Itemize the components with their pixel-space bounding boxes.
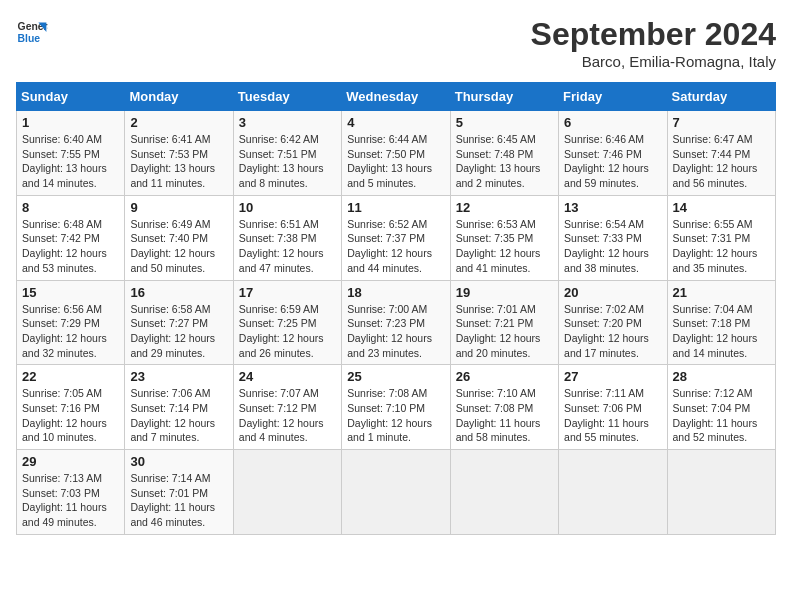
calendar-cell: 3Sunrise: 6:42 AM Sunset: 7:51 PM Daylig… <box>233 111 341 196</box>
col-monday: Monday <box>125 83 233 111</box>
day-number: 3 <box>239 115 336 130</box>
day-number: 10 <box>239 200 336 215</box>
logo-icon: General Blue <box>16 16 48 48</box>
day-info: Sunrise: 7:11 AM Sunset: 7:06 PM Dayligh… <box>564 386 661 445</box>
day-number: 28 <box>673 369 770 384</box>
day-info: Sunrise: 6:58 AM Sunset: 7:27 PM Dayligh… <box>130 302 227 361</box>
calendar-cell: 2Sunrise: 6:41 AM Sunset: 7:53 PM Daylig… <box>125 111 233 196</box>
day-info: Sunrise: 7:13 AM Sunset: 7:03 PM Dayligh… <box>22 471 119 530</box>
day-info: Sunrise: 7:00 AM Sunset: 7:23 PM Dayligh… <box>347 302 444 361</box>
day-info: Sunrise: 6:47 AM Sunset: 7:44 PM Dayligh… <box>673 132 770 191</box>
calendar-cell: 20Sunrise: 7:02 AM Sunset: 7:20 PM Dayli… <box>559 280 667 365</box>
calendar-cell: 12Sunrise: 6:53 AM Sunset: 7:35 PM Dayli… <box>450 195 558 280</box>
day-info: Sunrise: 6:44 AM Sunset: 7:50 PM Dayligh… <box>347 132 444 191</box>
col-tuesday: Tuesday <box>233 83 341 111</box>
day-number: 27 <box>564 369 661 384</box>
calendar-week-row: 29Sunrise: 7:13 AM Sunset: 7:03 PM Dayli… <box>17 450 776 535</box>
day-number: 24 <box>239 369 336 384</box>
day-number: 19 <box>456 285 553 300</box>
day-number: 9 <box>130 200 227 215</box>
day-number: 17 <box>239 285 336 300</box>
title-area: September 2024 Barco, Emilia-Romagna, It… <box>531 16 776 70</box>
day-number: 22 <box>22 369 119 384</box>
day-info: Sunrise: 6:41 AM Sunset: 7:53 PM Dayligh… <box>130 132 227 191</box>
day-number: 11 <box>347 200 444 215</box>
calendar-cell: 6Sunrise: 6:46 AM Sunset: 7:46 PM Daylig… <box>559 111 667 196</box>
day-info: Sunrise: 7:14 AM Sunset: 7:01 PM Dayligh… <box>130 471 227 530</box>
day-number: 21 <box>673 285 770 300</box>
day-info: Sunrise: 6:40 AM Sunset: 7:55 PM Dayligh… <box>22 132 119 191</box>
calendar-week-row: 8Sunrise: 6:48 AM Sunset: 7:42 PM Daylig… <box>17 195 776 280</box>
calendar-cell <box>667 450 775 535</box>
day-number: 2 <box>130 115 227 130</box>
day-number: 14 <box>673 200 770 215</box>
calendar-cell: 14Sunrise: 6:55 AM Sunset: 7:31 PM Dayli… <box>667 195 775 280</box>
day-info: Sunrise: 7:10 AM Sunset: 7:08 PM Dayligh… <box>456 386 553 445</box>
day-number: 18 <box>347 285 444 300</box>
day-number: 8 <box>22 200 119 215</box>
calendar-cell: 17Sunrise: 6:59 AM Sunset: 7:25 PM Dayli… <box>233 280 341 365</box>
calendar-cell: 27Sunrise: 7:11 AM Sunset: 7:06 PM Dayli… <box>559 365 667 450</box>
day-number: 23 <box>130 369 227 384</box>
calendar-week-row: 22Sunrise: 7:05 AM Sunset: 7:16 PM Dayli… <box>17 365 776 450</box>
calendar-cell: 18Sunrise: 7:00 AM Sunset: 7:23 PM Dayli… <box>342 280 450 365</box>
day-info: Sunrise: 7:05 AM Sunset: 7:16 PM Dayligh… <box>22 386 119 445</box>
calendar-cell: 23Sunrise: 7:06 AM Sunset: 7:14 PM Dayli… <box>125 365 233 450</box>
day-number: 20 <box>564 285 661 300</box>
day-number: 13 <box>564 200 661 215</box>
calendar-cell: 4Sunrise: 6:44 AM Sunset: 7:50 PM Daylig… <box>342 111 450 196</box>
day-info: Sunrise: 7:04 AM Sunset: 7:18 PM Dayligh… <box>673 302 770 361</box>
day-info: Sunrise: 6:45 AM Sunset: 7:48 PM Dayligh… <box>456 132 553 191</box>
col-sunday: Sunday <box>17 83 125 111</box>
day-info: Sunrise: 7:06 AM Sunset: 7:14 PM Dayligh… <box>130 386 227 445</box>
calendar-week-row: 15Sunrise: 6:56 AM Sunset: 7:29 PM Dayli… <box>17 280 776 365</box>
day-info: Sunrise: 7:07 AM Sunset: 7:12 PM Dayligh… <box>239 386 336 445</box>
calendar-cell: 29Sunrise: 7:13 AM Sunset: 7:03 PM Dayli… <box>17 450 125 535</box>
day-number: 7 <box>673 115 770 130</box>
day-info: Sunrise: 6:51 AM Sunset: 7:38 PM Dayligh… <box>239 217 336 276</box>
day-info: Sunrise: 7:01 AM Sunset: 7:21 PM Dayligh… <box>456 302 553 361</box>
calendar-cell: 13Sunrise: 6:54 AM Sunset: 7:33 PM Dayli… <box>559 195 667 280</box>
day-info: Sunrise: 6:55 AM Sunset: 7:31 PM Dayligh… <box>673 217 770 276</box>
col-saturday: Saturday <box>667 83 775 111</box>
day-info: Sunrise: 7:12 AM Sunset: 7:04 PM Dayligh… <box>673 386 770 445</box>
calendar-week-row: 1Sunrise: 6:40 AM Sunset: 7:55 PM Daylig… <box>17 111 776 196</box>
day-info: Sunrise: 6:46 AM Sunset: 7:46 PM Dayligh… <box>564 132 661 191</box>
day-info: Sunrise: 6:59 AM Sunset: 7:25 PM Dayligh… <box>239 302 336 361</box>
page-header: General Blue September 2024 Barco, Emili… <box>16 16 776 70</box>
day-number: 26 <box>456 369 553 384</box>
day-info: Sunrise: 6:49 AM Sunset: 7:40 PM Dayligh… <box>130 217 227 276</box>
day-number: 25 <box>347 369 444 384</box>
day-info: Sunrise: 7:08 AM Sunset: 7:10 PM Dayligh… <box>347 386 444 445</box>
calendar-cell: 22Sunrise: 7:05 AM Sunset: 7:16 PM Dayli… <box>17 365 125 450</box>
calendar-cell: 25Sunrise: 7:08 AM Sunset: 7:10 PM Dayli… <box>342 365 450 450</box>
calendar-cell: 19Sunrise: 7:01 AM Sunset: 7:21 PM Dayli… <box>450 280 558 365</box>
day-number: 30 <box>130 454 227 469</box>
col-wednesday: Wednesday <box>342 83 450 111</box>
day-number: 5 <box>456 115 553 130</box>
calendar-cell: 15Sunrise: 6:56 AM Sunset: 7:29 PM Dayli… <box>17 280 125 365</box>
calendar-cell: 9Sunrise: 6:49 AM Sunset: 7:40 PM Daylig… <box>125 195 233 280</box>
day-number: 4 <box>347 115 444 130</box>
month-title: September 2024 <box>531 16 776 53</box>
calendar-cell: 7Sunrise: 6:47 AM Sunset: 7:44 PM Daylig… <box>667 111 775 196</box>
location-subtitle: Barco, Emilia-Romagna, Italy <box>531 53 776 70</box>
calendar-cell: 24Sunrise: 7:07 AM Sunset: 7:12 PM Dayli… <box>233 365 341 450</box>
day-info: Sunrise: 6:54 AM Sunset: 7:33 PM Dayligh… <box>564 217 661 276</box>
calendar-cell <box>233 450 341 535</box>
svg-text:Blue: Blue <box>18 33 41 44</box>
calendar-table: Sunday Monday Tuesday Wednesday Thursday… <box>16 82 776 535</box>
day-number: 15 <box>22 285 119 300</box>
day-number: 12 <box>456 200 553 215</box>
day-number: 6 <box>564 115 661 130</box>
calendar-cell <box>342 450 450 535</box>
calendar-cell: 21Sunrise: 7:04 AM Sunset: 7:18 PM Dayli… <box>667 280 775 365</box>
day-info: Sunrise: 6:52 AM Sunset: 7:37 PM Dayligh… <box>347 217 444 276</box>
calendar-cell <box>559 450 667 535</box>
col-thursday: Thursday <box>450 83 558 111</box>
day-info: Sunrise: 6:53 AM Sunset: 7:35 PM Dayligh… <box>456 217 553 276</box>
calendar-cell: 5Sunrise: 6:45 AM Sunset: 7:48 PM Daylig… <box>450 111 558 196</box>
calendar-cell: 16Sunrise: 6:58 AM Sunset: 7:27 PM Dayli… <box>125 280 233 365</box>
day-number: 1 <box>22 115 119 130</box>
day-info: Sunrise: 7:02 AM Sunset: 7:20 PM Dayligh… <box>564 302 661 361</box>
